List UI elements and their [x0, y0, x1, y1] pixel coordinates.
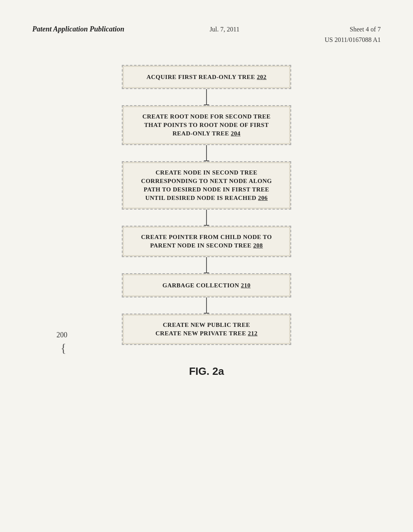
arrow-2: [206, 145, 207, 161]
flowchart-box-204: CREATE ROOT NODE FOR SECOND TREETHAT POI…: [122, 105, 291, 145]
patent-page: Patent Application Publication Jul. 7, 2…: [0, 0, 413, 532]
flowchart-diagram: ACQUIRE FIRST READ-ONLY TREE 202 CREATE …: [32, 65, 381, 378]
figure-caption: FIG. 2a: [189, 365, 224, 378]
sheet-info: Sheet 4 of 7 US 2011/0167088 A1: [325, 24, 381, 45]
arrow-1: [206, 89, 207, 105]
flowchart-box-202: ACQUIRE FIRST READ-ONLY TREE 202: [122, 65, 291, 89]
diagram-label-200: 200 {: [56, 331, 67, 355]
page-header: Patent Application Publication Jul. 7, 2…: [32, 24, 381, 45]
publication-date: Jul. 7, 2011: [210, 24, 240, 35]
flowchart-box-212: CREATE NEW PUBLIC TREECREATE NEW PRIVATE…: [122, 314, 291, 345]
flowchart-box-208: CREATE POINTER FROM CHILD NODE TOPARENT …: [122, 226, 291, 257]
flowchart-box-206: CREATE NODE IN SECOND TREECORRESPONDING …: [122, 161, 291, 210]
flowchart-box-210: GARBAGE COLLECTION 210: [122, 273, 291, 297]
publication-title: Patent Application Publication: [32, 24, 124, 34]
arrow-5: [206, 297, 207, 314]
arrow-3: [206, 210, 207, 226]
arrow-4: [206, 257, 207, 273]
